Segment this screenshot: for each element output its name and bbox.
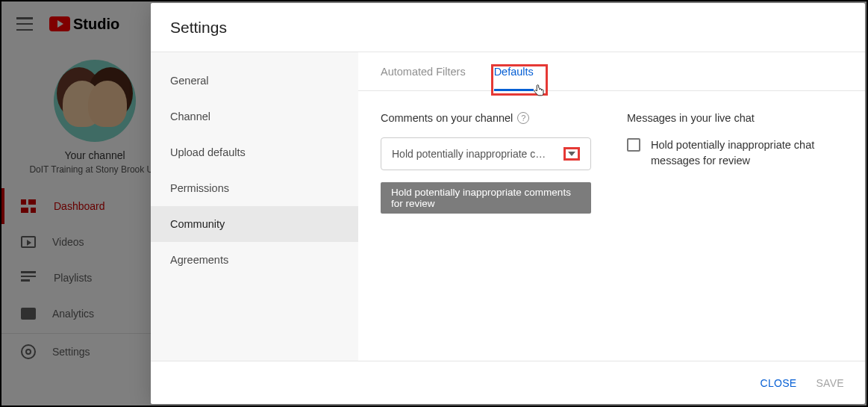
comments-select-value: Hold potentially inappropriate c… xyxy=(392,148,546,160)
settings-nav-general[interactable]: General xyxy=(151,63,358,99)
comments-select[interactable]: Hold potentially inappropriate c… xyxy=(381,137,591,170)
tab-automated-filters[interactable]: Automated Filters xyxy=(381,52,466,90)
settings-nav-channel[interactable]: Channel xyxy=(151,99,358,134)
settings-nav: General Channel Upload defaults Permissi… xyxy=(151,52,358,361)
chevron-down-icon xyxy=(568,152,575,156)
settings-nav-permissions[interactable]: Permissions xyxy=(151,170,358,206)
comments-heading: Comments on your channel xyxy=(381,112,513,124)
close-button[interactable]: Close xyxy=(761,377,797,389)
livechat-column: Messages in your live chat Hold potentia… xyxy=(627,112,843,214)
settings-nav-community[interactable]: Community xyxy=(151,206,358,242)
help-icon[interactable]: ? xyxy=(517,112,529,124)
comments-dropdown-option[interactable]: Hold potentially inappropriate comments … xyxy=(381,182,591,214)
select-caret-highlight xyxy=(563,147,580,161)
livechat-hold-checkbox[interactable] xyxy=(627,138,640,152)
settings-nav-upload-defaults[interactable]: Upload defaults xyxy=(151,134,358,170)
dropdown-option-label: Hold potentially inappropriate comments … xyxy=(391,187,581,209)
settings-content: Automated Filters Defaults Comments on y… xyxy=(358,52,865,361)
save-button[interactable]: Save xyxy=(816,377,844,389)
livechat-heading: Messages in your live chat xyxy=(627,112,755,124)
settings-nav-agreements[interactable]: Agreements xyxy=(151,242,358,278)
community-tabs: Automated Filters Defaults xyxy=(358,52,865,91)
modal-footer: Close Save xyxy=(151,361,865,404)
settings-modal: Settings General Channel Upload defaults… xyxy=(151,3,865,404)
modal-header: Settings xyxy=(151,3,865,52)
pointer-cursor-icon xyxy=(532,84,547,99)
comments-column: Comments on your channel ? Hold potentia… xyxy=(381,112,591,214)
modal-title: Settings xyxy=(170,19,227,37)
livechat-checkbox-label: Hold potentially inappropriate chat mess… xyxy=(651,137,843,169)
